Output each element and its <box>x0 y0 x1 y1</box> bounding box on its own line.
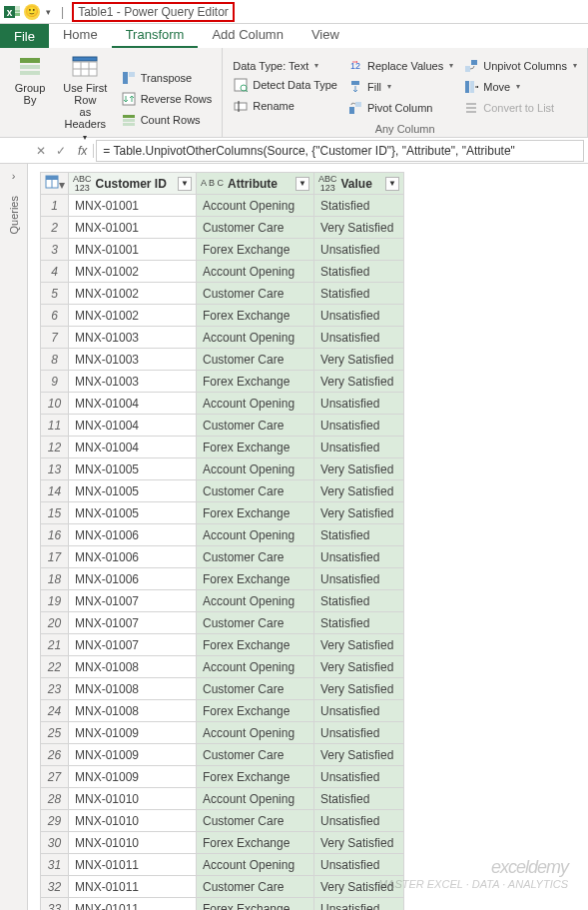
table-row[interactable]: 18MNX-01006Forex ExchangeUnsatisfied <box>41 568 404 590</box>
cell-attribute[interactable]: Customer Care <box>197 810 314 832</box>
cell-value[interactable]: Unsatisfied <box>314 393 404 415</box>
tab-add-column[interactable]: Add Column <box>198 23 297 48</box>
cell-value[interactable]: Unsatisfied <box>314 305 404 327</box>
cell-value[interactable]: Statisfied <box>314 283 404 305</box>
row-number[interactable]: 23 <box>41 678 69 700</box>
table-row[interactable]: 2MNX-01001Customer CareVery Satisfied <box>41 217 404 239</box>
table-row[interactable]: 21MNX-01007Forex ExchangeVery Satisfied <box>41 634 404 656</box>
cell-value[interactable]: Unsatisfied <box>314 766 404 788</box>
cell-customer-id[interactable]: MNX-01005 <box>69 480 197 502</box>
cell-value[interactable]: Very Satisfied <box>314 678 404 700</box>
pivot-column-button[interactable]: Pivot Column <box>345 99 455 117</box>
chevron-right-icon[interactable]: › <box>12 164 16 188</box>
row-number[interactable]: 8 <box>41 349 69 371</box>
cell-value[interactable]: Very Satisfied <box>314 480 404 502</box>
filter-dropdown-icon[interactable]: ▼ <box>385 177 399 191</box>
row-number[interactable]: 12 <box>41 437 69 458</box>
cell-attribute[interactable]: Forex Exchange <box>197 700 314 722</box>
row-number[interactable]: 22 <box>41 656 69 678</box>
qat-dropdown-icon[interactable]: ▾ <box>44 7 53 17</box>
cell-attribute[interactable]: Customer Care <box>197 283 314 305</box>
cell-customer-id[interactable]: MNX-01009 <box>69 766 197 788</box>
row-number[interactable]: 16 <box>41 524 69 546</box>
table-row[interactable]: 30MNX-01010Forex ExchangeVery Satisfied <box>41 832 404 854</box>
cell-value[interactable]: Statisfied <box>314 261 404 283</box>
cell-customer-id[interactable]: MNX-01008 <box>69 700 197 722</box>
cell-customer-id[interactable]: MNX-01003 <box>69 371 197 393</box>
row-number[interactable]: 19 <box>41 590 69 612</box>
cell-attribute[interactable]: Account Opening <box>197 722 314 744</box>
row-number[interactable]: 27 <box>41 766 69 788</box>
table-row[interactable]: 25MNX-01009Account OpeningUnsatisfied <box>41 722 404 744</box>
cell-attribute[interactable]: Customer Care <box>197 876 314 898</box>
table-row[interactable]: 29MNX-01010Customer CareUnsatisfied <box>41 810 404 832</box>
cell-attribute[interactable]: Forex Exchange <box>197 634 314 656</box>
cell-value[interactable]: Statisfied <box>314 612 404 634</box>
fill-button[interactable]: Fill▾ <box>345 78 455 96</box>
table-row[interactable]: 17MNX-01006Customer CareUnsatisfied <box>41 546 404 568</box>
cell-attribute[interactable]: Forex Exchange <box>197 832 314 854</box>
data-type-button[interactable]: Data Type: Text▾ <box>231 59 339 73</box>
cell-value[interactable]: Very Satisfied <box>314 832 404 854</box>
filter-dropdown-icon[interactable]: ▼ <box>295 177 309 191</box>
table-row[interactable]: 27MNX-01009Forex ExchangeUnsatisfied <box>41 766 404 788</box>
table-icon-header[interactable]: ▾ <box>41 173 69 195</box>
tab-transform[interactable]: Transform <box>112 23 199 48</box>
table-row[interactable]: 28MNX-01010Account OpeningStatisfied <box>41 788 404 810</box>
fx-label[interactable]: fx <box>72 144 94 158</box>
table-row[interactable]: 5MNX-01002Customer CareStatisfied <box>41 283 404 305</box>
row-number[interactable]: 32 <box>41 876 69 898</box>
cell-customer-id[interactable]: MNX-01008 <box>69 656 197 678</box>
row-number[interactable]: 24 <box>41 700 69 722</box>
cell-customer-id[interactable]: MNX-01011 <box>69 854 197 876</box>
detect-data-type-button[interactable]: Detect Data Type <box>231 76 339 94</box>
row-number[interactable]: 6 <box>41 305 69 327</box>
cell-attribute[interactable]: Forex Exchange <box>197 766 314 788</box>
cell-customer-id[interactable]: MNX-01008 <box>69 678 197 700</box>
col-header-attribute[interactable]: A B C Attribute ▼ <box>197 173 314 195</box>
cell-value[interactable]: Unsatisfied <box>314 722 404 744</box>
table-row[interactable]: 6MNX-01002Forex ExchangeUnsatisfied <box>41 305 404 327</box>
cell-attribute[interactable]: Customer Care <box>197 415 314 437</box>
cell-customer-id[interactable]: MNX-01003 <box>69 327 197 349</box>
cell-attribute[interactable]: Account Opening <box>197 590 314 612</box>
row-number[interactable]: 10 <box>41 393 69 415</box>
cell-customer-id[interactable]: MNX-01001 <box>69 239 197 261</box>
row-number[interactable]: 20 <box>41 612 69 634</box>
table-row[interactable]: 33MNX-01011Forex ExchangeUnsatisfied <box>41 898 404 911</box>
cell-value[interactable]: Very Satisfied <box>314 744 404 766</box>
cell-value[interactable]: Statisfied <box>314 524 404 546</box>
cell-value[interactable]: Unsatisfied <box>314 546 404 568</box>
cell-attribute[interactable]: Account Opening <box>197 261 314 283</box>
cell-attribute[interactable]: Customer Care <box>197 744 314 766</box>
cell-customer-id[interactable]: MNX-01004 <box>69 393 197 415</box>
cell-attribute[interactable]: Account Opening <box>197 458 314 480</box>
cell-customer-id[interactable]: MNX-01010 <box>69 832 197 854</box>
reverse-rows-button[interactable]: Reverse Rows <box>119 90 215 108</box>
row-number[interactable]: 13 <box>41 458 69 480</box>
row-number[interactable]: 11 <box>41 415 69 437</box>
cell-attribute[interactable]: Account Opening <box>197 524 314 546</box>
cell-value[interactable]: Unsatisfied <box>314 854 404 876</box>
cell-customer-id[interactable]: MNX-01002 <box>69 305 197 327</box>
queries-panel[interactable]: › Queries <box>0 164 28 910</box>
use-first-row-button[interactable]: Use First Row as Headers ▾ <box>58 52 113 145</box>
filter-dropdown-icon[interactable]: ▼ <box>178 177 192 191</box>
cell-customer-id[interactable]: MNX-01007 <box>69 634 197 656</box>
cell-customer-id[interactable]: MNX-01005 <box>69 458 197 480</box>
rename-button[interactable]: Rename <box>231 97 339 115</box>
cell-attribute[interactable]: Customer Care <box>197 217 314 239</box>
cell-customer-id[interactable]: MNX-01002 <box>69 283 197 305</box>
table-row[interactable]: 23MNX-01008Customer CareVery Satisfied <box>41 678 404 700</box>
cell-value[interactable]: Statisfied <box>314 195 404 217</box>
cell-attribute[interactable]: Forex Exchange <box>197 305 314 327</box>
cell-customer-id[interactable]: MNX-01011 <box>69 876 197 898</box>
cell-customer-id[interactable]: MNX-01001 <box>69 195 197 217</box>
cell-value[interactable]: Very Satisfied <box>314 458 404 480</box>
row-number[interactable]: 14 <box>41 480 69 502</box>
col-header-customer-id[interactable]: ABC 123 Customer ID ▼ <box>69 173 197 195</box>
cell-attribute[interactable]: Forex Exchange <box>197 502 314 524</box>
cell-attribute[interactable]: Customer Care <box>197 480 314 502</box>
group-by-button[interactable]: Group By <box>8 52 52 145</box>
formula-accept-icon[interactable]: ✓ <box>52 142 70 160</box>
